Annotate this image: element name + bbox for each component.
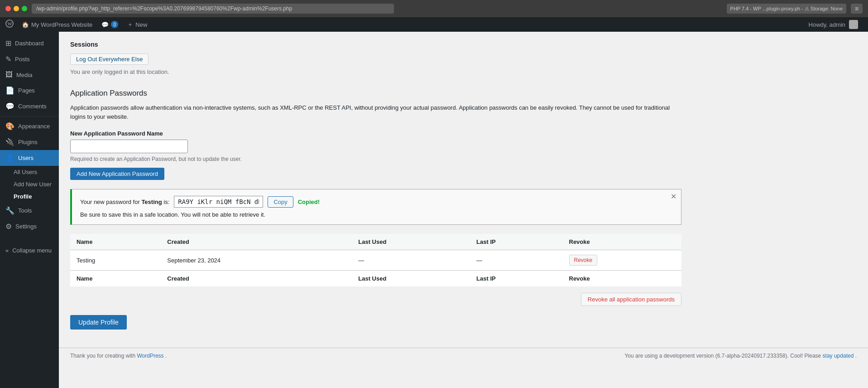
collapse-icon: « bbox=[5, 247, 9, 254]
settings-icon: ⚙ bbox=[5, 222, 12, 231]
comments-icon: 💬 bbox=[101, 21, 109, 28]
add-new-application-password-button[interactable]: Add New Application Password bbox=[70, 168, 164, 180]
sidebar-label-pages: Pages bbox=[18, 87, 35, 94]
sidebar-item-plugins[interactable]: 🔌 Plugins bbox=[0, 134, 59, 150]
howdy-text: Howdy, admin bbox=[809, 21, 845, 28]
wp-footer: Thank you for creating with WordPress . … bbox=[59, 348, 868, 364]
browser-dots bbox=[5, 6, 27, 11]
new-password-prefix: Your new password for Testing is: bbox=[80, 199, 169, 205]
copy-button[interactable]: Copy bbox=[268, 196, 293, 208]
home-icon: 🏠 bbox=[22, 21, 29, 28]
collapse-menu-item[interactable]: « Collapse menu bbox=[0, 243, 59, 257]
sidebar-item-profile[interactable]: Profile bbox=[0, 190, 59, 203]
pages-icon: 📄 bbox=[5, 86, 14, 95]
new-password-value-input[interactable] bbox=[174, 196, 263, 208]
main-content: Sessions Log Out Everywhere Else You are… bbox=[59, 32, 868, 388]
sidebar-item-posts[interactable]: ✎ Posts bbox=[0, 51, 59, 67]
app-passwords-description: Application passwords allow authenticati… bbox=[70, 103, 681, 121]
adminbar-howdy[interactable]: Howdy, admin bbox=[804, 20, 863, 29]
wordpress-link[interactable]: WordPress bbox=[137, 353, 163, 359]
sidebar-item-settings[interactable]: ⚙ Settings bbox=[0, 218, 59, 234]
sidebar-label-users: Users bbox=[18, 155, 34, 161]
row-revoke-cell: Revoke bbox=[563, 250, 682, 271]
admin-avatar bbox=[849, 20, 858, 29]
sidebar: ⊞ Dashboard ✎ Posts 🖼 Media 📄 Pages 💬 Co… bbox=[0, 32, 59, 388]
users-icon: 👤 bbox=[5, 154, 14, 162]
footer-period: . bbox=[165, 353, 167, 359]
sidebar-item-all-users[interactable]: All Users bbox=[0, 166, 59, 178]
minimize-dot[interactable] bbox=[14, 6, 19, 11]
adminbar-site-name[interactable]: 🏠 My WordPress Website bbox=[17, 17, 97, 32]
new-label: New bbox=[135, 21, 147, 28]
notice-close-button[interactable]: ✕ bbox=[671, 193, 676, 200]
sessions-section: Sessions Log Out Everywhere Else You are… bbox=[70, 41, 681, 75]
passwords-table: Name Created Last Used Last IP Revoke Te… bbox=[70, 234, 681, 286]
sidebar-label-settings: Settings bbox=[15, 223, 37, 230]
sidebar-label-posts: Posts bbox=[15, 56, 30, 63]
sidebar-item-add-new-user[interactable]: Add New User bbox=[0, 178, 59, 190]
table-footer-row: Name Created Last Used Last IP Revoke bbox=[70, 271, 681, 287]
revoke-all-row: Revoke all application passwords bbox=[70, 293, 681, 306]
new-password-name-input[interactable] bbox=[70, 140, 188, 153]
url-bar[interactable]: /wp-admin/profile.php?wp_http_referer=%2… bbox=[32, 4, 394, 14]
adminbar-comments[interactable]: 💬 0 bbox=[97, 17, 123, 32]
stay-updated-link[interactable]: stay updated bbox=[823, 353, 854, 359]
tools-icon: 🔧 bbox=[5, 206, 14, 215]
sidebar-item-comments[interactable]: 💬 Comments bbox=[0, 98, 59, 114]
maximize-dot[interactable] bbox=[22, 6, 27, 11]
wp-logo[interactable]: W bbox=[5, 19, 14, 30]
plugins-icon: 🔌 bbox=[5, 138, 14, 146]
col-name: Name bbox=[70, 234, 161, 250]
sidebar-item-dashboard[interactable]: ⊞ Dashboard bbox=[0, 35, 59, 51]
copied-text: Copied! bbox=[298, 199, 320, 205]
table-head: Name Created Last Used Last IP Revoke bbox=[70, 234, 681, 250]
footer-col-last-ip: Last IP bbox=[470, 271, 562, 287]
footer-col-revoke: Revoke bbox=[563, 271, 682, 287]
app-passwords-title: Application Passwords bbox=[70, 89, 681, 98]
sidebar-item-tools[interactable]: 🔧 Tools bbox=[0, 203, 59, 218]
sidebar-separator-1 bbox=[0, 116, 59, 116]
row-last-ip: — bbox=[470, 250, 562, 271]
adminbar-new[interactable]: ＋ New bbox=[123, 17, 152, 32]
row-name: Testing bbox=[70, 250, 161, 271]
close-dot[interactable] bbox=[5, 6, 11, 11]
save-warning: Be sure to save this in a safe location.… bbox=[80, 211, 673, 218]
footer-left-text: Thank you for creating with bbox=[70, 353, 135, 359]
comments-menu-icon: 💬 bbox=[5, 102, 14, 111]
sidebar-label-dashboard: Dashboard bbox=[15, 40, 44, 47]
sidebar-item-pages[interactable]: 📄 Pages bbox=[0, 82, 59, 98]
log-out-everywhere-button[interactable]: Log Out Everywhere Else bbox=[70, 53, 149, 65]
adminbar-right: Howdy, admin bbox=[804, 20, 863, 29]
plus-icon: ＋ bbox=[127, 20, 133, 29]
url-text: /wp-admin/profile.php?wp_http_referer=%2… bbox=[36, 5, 292, 12]
revoke-all-button[interactable]: Revoke all application passwords bbox=[581, 293, 681, 306]
row-last-used: — bbox=[352, 250, 470, 271]
dashboard-icon: ⊞ bbox=[5, 39, 11, 48]
browser-chrome: /wp-admin/profile.php?wp_http_referer=%2… bbox=[0, 0, 868, 17]
browser-menu-button[interactable]: ≡ bbox=[851, 4, 863, 14]
users-submenu: All Users Add New User Profile bbox=[0, 166, 59, 203]
footer-col-created: Created bbox=[161, 271, 352, 287]
browser-info-text: PHP 7.4 - WP ...plugin-proxy.ph - ⚠ Stor… bbox=[730, 6, 843, 12]
new-password-name-label: New Application Password Name bbox=[70, 130, 681, 137]
new-password-row: Your new password for Testing is: Copy C… bbox=[80, 196, 673, 208]
appearance-icon: 🎨 bbox=[5, 122, 14, 131]
sidebar-item-media[interactable]: 🖼 Media bbox=[0, 67, 59, 82]
sidebar-label-comments: Comments bbox=[18, 103, 47, 110]
sidebar-label-appearance: Appearance bbox=[18, 123, 50, 130]
wp-wrapper: ⊞ Dashboard ✎ Posts 🖼 Media 📄 Pages 💬 Co… bbox=[0, 32, 868, 388]
sessions-description: You are only logged in at this location. bbox=[70, 68, 681, 75]
footer-col-last-used: Last Used bbox=[352, 271, 470, 287]
footer-col-name: Name bbox=[70, 271, 161, 287]
col-created: Created bbox=[161, 234, 352, 250]
sidebar-item-users[interactable]: 👤 Users bbox=[0, 150, 59, 166]
revoke-button[interactable]: Revoke bbox=[569, 255, 598, 266]
comments-count: 0 bbox=[111, 21, 118, 28]
col-last-ip: Last IP bbox=[470, 234, 562, 250]
footer-right: You are using a development version (6.7… bbox=[624, 353, 857, 359]
sidebar-item-appearance[interactable]: 🎨 Appearance bbox=[0, 118, 59, 134]
site-name-text: My WordPress Website bbox=[31, 21, 92, 28]
browser-info: PHP 7.4 - WP ...plugin-proxy.ph - ⚠ Stor… bbox=[727, 4, 846, 14]
media-icon: 🖼 bbox=[5, 71, 13, 79]
update-profile-button[interactable]: Update Profile bbox=[70, 315, 127, 330]
